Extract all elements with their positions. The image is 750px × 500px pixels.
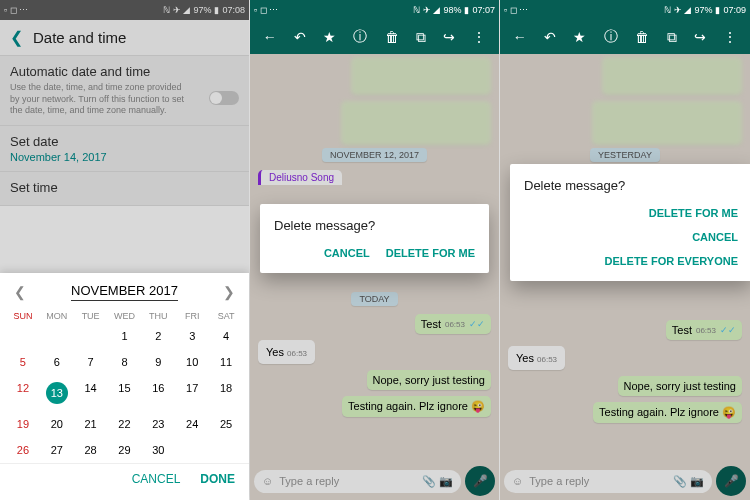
whatsapp-panel-2: ▫ ◻ ⋯ ℕ ✈ ◢ 97%▮07:09 ← ↶ ★ ⓘ 🗑 ⧉ ↪ ⋮ YE…: [500, 0, 750, 500]
calendar-day[interactable]: 23: [141, 414, 175, 434]
forward-icon[interactable]: ↪: [443, 29, 455, 45]
delete-dialog: Delete message? DELETE FOR ME CANCEL DEL…: [510, 164, 750, 281]
calendar-day[interactable]: 2: [141, 326, 175, 346]
dialog-title: Delete message?: [274, 218, 475, 233]
delete-dialog: Delete message? CANCEL DELETE FOR ME: [260, 204, 489, 273]
calendar-day[interactable]: 9: [141, 352, 175, 372]
settings-header: ❮ Date and time: [0, 20, 249, 56]
calendar-day[interactable]: 28: [74, 440, 108, 460]
nfc-icon: ℕ ✈ ◢: [163, 5, 190, 15]
calendar-day[interactable]: 25: [209, 414, 243, 434]
calendar-day[interactable]: 24: [175, 414, 209, 434]
prev-month-icon[interactable]: ❮: [14, 284, 26, 300]
calendar-day[interactable]: 18: [209, 378, 243, 408]
copy-icon[interactable]: ⧉: [416, 29, 426, 46]
delete-for-me-button[interactable]: DELETE FOR ME: [649, 207, 738, 219]
back-icon[interactable]: ❮: [10, 28, 23, 47]
more-icon[interactable]: ⋮: [472, 29, 486, 45]
notif-icon: ▫ ◻ ⋯: [4, 5, 28, 15]
set-time-row[interactable]: Set time: [0, 172, 249, 206]
done-button[interactable]: DONE: [200, 472, 235, 486]
info-icon[interactable]: ⓘ: [353, 28, 367, 46]
calendar-day[interactable]: 1: [108, 326, 142, 346]
calendar-dow: SUNMONTUEWEDTHUFRISAT: [0, 305, 249, 323]
calendar-day[interactable]: 6: [40, 352, 74, 372]
set-date-label: Set date: [10, 134, 239, 149]
calendar-day[interactable]: 12: [6, 378, 40, 408]
status-bar: ▫ ◻ ⋯ ℕ ✈ ◢ 97%▮07:09: [500, 0, 750, 20]
calendar-day[interactable]: 17: [175, 378, 209, 408]
calendar-day: [40, 326, 74, 346]
calendar-day[interactable]: 5: [6, 352, 40, 372]
back-icon[interactable]: ←: [263, 29, 277, 45]
calendar-day[interactable]: 21: [74, 414, 108, 434]
whatsapp-panel-1: ▫ ◻ ⋯ ℕ ✈ ◢ 98%▮07:07 ← ↶ ★ ⓘ 🗑 ⧉ ↪ ⋮ NO…: [250, 0, 500, 500]
setting-title: Automatic date and time: [10, 64, 239, 79]
calendar-day[interactable]: 4: [209, 326, 243, 346]
more-icon[interactable]: ⋮: [723, 29, 737, 45]
auto-datetime-setting[interactable]: Automatic date and time Use the date, ti…: [0, 56, 249, 126]
info-icon[interactable]: ⓘ: [604, 28, 618, 46]
reply-icon[interactable]: ↶: [544, 29, 556, 45]
star-icon[interactable]: ★: [573, 29, 586, 45]
calendar-day[interactable]: 22: [108, 414, 142, 434]
star-icon[interactable]: ★: [323, 29, 336, 45]
calendar-month[interactable]: NOVEMBER 2017: [71, 283, 178, 301]
status-bar: ▫ ◻ ⋯ ℕ ✈ ◢ 98%▮07:07: [250, 0, 499, 20]
set-date-value: November 14, 2017: [10, 151, 239, 163]
chat-area: NOVEMBER 12, 2017 Deliusno Song TODAY Te…: [250, 54, 499, 500]
toggle-switch[interactable]: [209, 91, 239, 105]
calendar-day[interactable]: 8: [108, 352, 142, 372]
calendar-day[interactable]: 14: [74, 378, 108, 408]
calendar-day: [209, 440, 243, 460]
page-title: Date and time: [33, 29, 126, 46]
clock: 07:07: [472, 5, 495, 15]
settings-panel: ▫ ◻ ⋯ ℕ ✈ ◢ 97%▮07:08 ❮ Date and time Au…: [0, 0, 250, 500]
forward-icon[interactable]: ↪: [694, 29, 706, 45]
clock: 07:08: [222, 5, 245, 15]
cancel-button[interactable]: CANCEL: [132, 472, 181, 486]
calendar-day[interactable]: 10: [175, 352, 209, 372]
calendar-day[interactable]: 20: [40, 414, 74, 434]
selection-toolbar: ← ↶ ★ ⓘ 🗑 ⧉ ↪ ⋮: [500, 20, 750, 54]
next-month-icon[interactable]: ❯: [223, 284, 235, 300]
delete-icon[interactable]: 🗑: [635, 29, 649, 45]
cancel-button[interactable]: CANCEL: [692, 231, 738, 243]
calendar-day[interactable]: 13: [40, 378, 74, 408]
selection-toolbar: ← ↶ ★ ⓘ 🗑 ⧉ ↪ ⋮: [250, 20, 499, 54]
calendar-day[interactable]: 19: [6, 414, 40, 434]
set-time-label: Set time: [10, 180, 239, 195]
calendar-day[interactable]: 7: [74, 352, 108, 372]
calendar-day: [175, 440, 209, 460]
delete-for-everyone-button[interactable]: DELETE FOR EVERYONE: [605, 255, 738, 267]
calendar-body[interactable]: 1234567891011121314151617181920212223242…: [0, 323, 249, 463]
calendar-day: [74, 326, 108, 346]
calendar-day[interactable]: 26: [6, 440, 40, 460]
copy-icon[interactable]: ⧉: [667, 29, 677, 46]
setting-desc: Use the date, time, and time zone provid…: [10, 82, 190, 117]
back-icon[interactable]: ←: [513, 29, 527, 45]
calendar-day[interactable]: 30: [141, 440, 175, 460]
calendar-day[interactable]: 29: [108, 440, 142, 460]
set-date-row[interactable]: Set date November 14, 2017: [0, 126, 249, 172]
delete-icon[interactable]: 🗑: [385, 29, 399, 45]
calendar-day: [6, 326, 40, 346]
clock: 07:09: [723, 5, 746, 15]
cancel-button[interactable]: CANCEL: [324, 247, 370, 259]
delete-for-me-button[interactable]: DELETE FOR ME: [386, 247, 475, 259]
calendar-day[interactable]: 3: [175, 326, 209, 346]
reply-icon[interactable]: ↶: [294, 29, 306, 45]
dialog-title: Delete message?: [524, 178, 738, 193]
calendar-day[interactable]: 15: [108, 378, 142, 408]
calendar-day[interactable]: 11: [209, 352, 243, 372]
calendar-day[interactable]: 16: [141, 378, 175, 408]
status-bar: ▫ ◻ ⋯ ℕ ✈ ◢ 97%▮07:08: [0, 0, 249, 20]
calendar-picker: ❮ NOVEMBER 2017 ❯ SUNMONTUEWEDTHUFRISAT …: [0, 273, 249, 500]
chat-area: YESTERDAY Test06:53✓✓ Yes 06:53 Nope, so…: [500, 54, 750, 500]
calendar-day[interactable]: 27: [40, 440, 74, 460]
battery: 97%: [193, 5, 211, 15]
